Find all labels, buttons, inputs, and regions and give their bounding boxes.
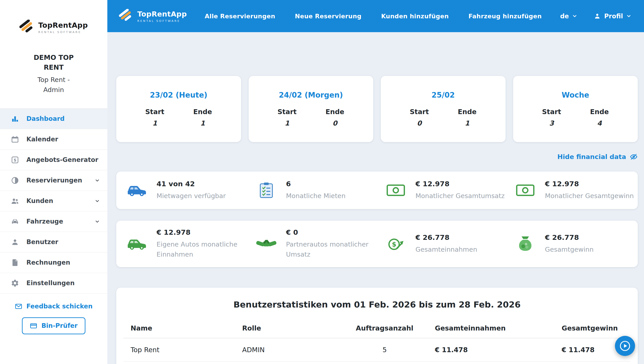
sidebar-item-label: Kunden (26, 197, 53, 204)
end-label: Ende (326, 108, 344, 116)
stat-label: Monatliche Mieten (286, 191, 345, 201)
stats-row-1: 41 von 42 Mietwagen verfügbar (116, 172, 638, 209)
summary-card-day-after: 25/02 Start 0 Ende 1 (381, 76, 506, 142)
car-icon (11, 217, 21, 226)
brand-name: TopRentApp (137, 10, 187, 18)
sidebar-item-label: Kalender (26, 136, 58, 143)
feedback-link[interactable]: Feedback schicken (0, 302, 107, 310)
money-bag-icon (513, 235, 538, 252)
card-title: 24/02 (Morgen) (249, 91, 373, 99)
user-statistics-title: Benutzerstatistiken vom 01 Feb. 2026 bis… (123, 300, 630, 310)
summary-card-today: 23/02 (Heute) Start 1 Ende 1 (116, 76, 241, 142)
bin-checker-button[interactable]: Bin-Prüfer (22, 317, 85, 334)
banknote-icon (513, 184, 538, 197)
summary-card-tomorrow: 24/02 (Morgen) Start 1 Ende 0 (249, 76, 373, 142)
svg-text:$: $ (14, 158, 16, 162)
hide-financial-data-link[interactable]: Hide financial data (557, 153, 638, 161)
sidebar-item-label: Reservierungen (26, 177, 82, 184)
column-header-gesamteinnahmen: Gesamteinnahmen (428, 318, 555, 338)
car-icon (124, 183, 149, 198)
car-icon (124, 236, 149, 251)
sidebar-brand[interactable]: TopRentApp RENTAL SOFTWARE (0, 20, 107, 35)
stat-value: € 12.978 (545, 180, 634, 188)
profile-menu[interactable]: Profil (593, 12, 631, 20)
chevron-down-icon (94, 218, 100, 224)
cell-orders: 5 (341, 338, 428, 362)
nav-link-kunden-hinzufuegen[interactable]: Kunden hinzufügen (381, 13, 449, 20)
sidebar-item-einstellungen[interactable]: Einstellungen (0, 273, 107, 294)
summary-card-week: Woche Start 3 Ende 4 (513, 76, 638, 142)
top-navbar: TopRentApp RENTAL SOFTWARE Alle Reservie… (107, 0, 644, 32)
sidebar-item-fahrzeuge[interactable]: Fahrzeuge (0, 212, 107, 232)
brand-name: TopRentApp (38, 21, 88, 30)
sidebar-item-benutzer[interactable]: Benutzer (0, 232, 107, 252)
play-button[interactable] (615, 336, 635, 356)
card-title: 23/02 (Heute) (116, 91, 241, 99)
account-name: DEMO TOP RENT (27, 53, 81, 72)
stat-partner-cars-revenue: € 0 Partnerautos monatlicher Umsatz (248, 228, 377, 260)
stat-label: Partnerautos monatlicher Umsatz (286, 240, 374, 260)
stat-label: Monatlicher Gesamtumsatz (415, 191, 505, 201)
user-statistics-table: Name Rolle Auftragsanzahl Gesamteinnahme… (123, 318, 630, 362)
stat-own-cars-income: € 12.978 Eigene Autos monatliche Einnahm… (118, 228, 248, 260)
gear-icon (11, 279, 21, 288)
sidebar-item-label: Dashboard (26, 115, 65, 122)
chevron-down-icon (94, 178, 100, 183)
card-title: Woche (513, 91, 638, 99)
bar-chart-icon (11, 114, 21, 123)
end-label: Ende (590, 108, 609, 116)
users-icon (11, 196, 21, 206)
end-value: 1 (458, 119, 477, 127)
sidebar-item-kunden[interactable]: Kunden (0, 191, 107, 212)
card-title: 25/02 (381, 91, 506, 99)
brand-tagline: RENTAL SOFTWARE (137, 19, 187, 22)
column-header-auftragsanzahl: Auftragsanzahl (341, 318, 428, 338)
brand-logo-icon (20, 20, 35, 35)
stat-label: Mietwagen verfügbar (156, 191, 226, 201)
start-label: Start (542, 108, 561, 116)
calendar-icon (11, 135, 21, 144)
language-selector[interactable]: de (560, 12, 577, 20)
nav-link-neue-reservierung[interactable]: Neue Reservierung (295, 13, 362, 20)
cell-revenue: € 11.478 (428, 338, 555, 362)
sidebar-item-kalender[interactable]: Kalender (0, 129, 107, 150)
invoice-icon (11, 258, 21, 267)
column-header-gesamtgewinn: Gesamtgewinn (555, 318, 630, 338)
stat-total-income: $ € 26.778 Gesamteinnahmen (377, 233, 507, 254)
end-label: Ende (458, 108, 477, 116)
end-value: 4 (590, 119, 609, 127)
bin-checker-label: Bin-Prüfer (41, 322, 78, 330)
sidebar-item-reservierungen[interactable]: Reservierungen (0, 170, 107, 191)
chevron-down-icon (572, 14, 577, 19)
chevron-down-icon (94, 198, 100, 204)
table-row: Top Rent ADMIN 5 € 11.478 € 11.478 (123, 338, 630, 362)
sidebar-menu: Dashboard Kalender $ Angebots-Generator … (0, 108, 107, 294)
start-value: 3 (542, 119, 561, 127)
nav-link-alle-reservierungen[interactable]: Alle Reservierungen (204, 13, 275, 20)
stat-monthly-revenue: € 12.978 Monatlicher Gesamtumsatz (377, 180, 507, 201)
account-role: Top Rent - Admin (29, 75, 79, 95)
stat-value: € 0 (286, 228, 374, 236)
brand-logo-icon (119, 9, 133, 23)
dollar-growth-icon: $ (383, 235, 408, 252)
stat-value: 6 (286, 180, 345, 188)
stat-value: € 12.978 (415, 180, 505, 188)
sidebar-item-dashboard[interactable]: Dashboard (0, 109, 107, 129)
table-header-row: Name Rolle Auftragsanzahl Gesamteinnahme… (123, 318, 630, 338)
sidebar-item-angebots-generator[interactable]: $ Angebots-Generator (0, 150, 107, 170)
start-label: Start (410, 108, 429, 116)
hide-financial-data-label: Hide financial data (557, 153, 626, 160)
nav-link-fahrzeug-hinzufuegen[interactable]: Fahrzeug hinzufügen (469, 13, 542, 20)
dashboard-content: 23/02 (Heute) Start 1 Ende 1 24/02 (Morg… (107, 32, 644, 364)
sidebar-item-rechnungen[interactable]: Rechnungen (0, 252, 107, 273)
navbar-brand[interactable]: TopRentApp RENTAL SOFTWARE (119, 9, 187, 23)
user-icon (11, 238, 21, 246)
cell-role: ADMIN (235, 338, 341, 362)
end-value: 0 (326, 119, 344, 127)
sidebar-item-label: Fahrzeuge (26, 218, 63, 225)
feedback-label: Feedback schicken (26, 302, 93, 310)
stat-monthly-profit: € 12.978 Monatlicher Gesamtgewinn (507, 180, 636, 201)
start-label: Start (278, 108, 297, 116)
checklist-icon (254, 182, 279, 199)
stat-value: 41 von 42 (156, 180, 226, 188)
